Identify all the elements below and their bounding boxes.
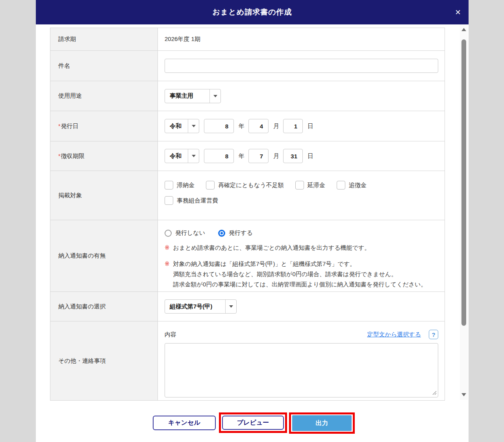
usage-select-value: 事業主用 bbox=[165, 89, 209, 103]
usage-label: 使用用途 bbox=[50, 81, 158, 111]
preview-highlight-box: プレビュー bbox=[219, 412, 287, 433]
radio-label: 発行しない bbox=[175, 229, 205, 237]
create-invoice-modal: おまとめ請求書の作成 × 請求期 2026年度 1期 件名 bbox=[36, 0, 469, 442]
output-highlight-box: 出力 bbox=[289, 412, 355, 434]
issue-date-label: *発行日 bbox=[50, 111, 158, 141]
modal-scrollbar[interactable] bbox=[460, 24, 468, 400]
issue-radio[interactable] bbox=[218, 230, 225, 237]
notice-form-value: 組様式第7号(甲) bbox=[165, 300, 225, 313]
issue-year-input[interactable] bbox=[204, 119, 234, 133]
row-delivery-notice: 納入通知書の有無 発行しない 発行する bbox=[50, 220, 445, 292]
due-month-input[interactable] bbox=[248, 149, 269, 163]
checkbox-label: 延滞金 bbox=[308, 182, 325, 189]
required-mark: * bbox=[58, 153, 60, 159]
content-label: 内容 bbox=[165, 331, 176, 338]
subject-input[interactable] bbox=[165, 59, 438, 73]
shortfall-checkbox[interactable] bbox=[206, 181, 215, 189]
checkbox-item: 追徴金 bbox=[337, 181, 367, 189]
note-1: ※ おまとめ請求書のあとに、事業場ごとの納入通知書を出力する機能です。 bbox=[165, 243, 370, 253]
close-icon[interactable]: × bbox=[455, 7, 461, 17]
association-fee-checkbox[interactable] bbox=[165, 196, 173, 205]
arrears-checkbox[interactable] bbox=[165, 181, 173, 189]
late-fee-checkbox[interactable] bbox=[295, 181, 304, 189]
required-mark: * bbox=[58, 123, 60, 129]
scroll-up-icon[interactable] bbox=[461, 28, 466, 31]
checkbox-label: 追徴金 bbox=[349, 182, 367, 189]
checkbox-item: 延滞金 bbox=[295, 181, 325, 189]
preview-button[interactable]: プレビュー bbox=[222, 416, 284, 430]
page-background: おまとめ請求書の作成 × 請求期 2026年度 1期 件名 bbox=[0, 0, 504, 442]
surcharge-checkbox[interactable] bbox=[337, 181, 345, 189]
radio-item: 発行する bbox=[218, 229, 253, 237]
chevron-down-icon bbox=[225, 300, 236, 313]
remarks-label: その他・連絡事項 bbox=[50, 321, 158, 400]
notice-form-label: 納入通知書の選択 bbox=[50, 292, 158, 321]
note-2: ※ 対象の納入通知書は「組様式第7号(甲)」と「組機様式第7号」です。 満額充当… bbox=[165, 259, 427, 290]
target-label: 掲載対象 bbox=[50, 171, 158, 220]
radio-label: 発行する bbox=[229, 229, 253, 237]
help-icon[interactable]: ? bbox=[429, 330, 438, 339]
issue-day-input[interactable] bbox=[283, 119, 303, 133]
modal-body: 請求期 2026年度 1期 件名 使用用途 bbox=[36, 24, 469, 400]
chevron-down-icon bbox=[188, 149, 199, 163]
year-unit-label: 年 bbox=[239, 123, 245, 130]
due-era-select[interactable]: 令和 bbox=[165, 149, 199, 163]
radio-item: 発行しない bbox=[165, 229, 205, 237]
remarks-textarea[interactable] bbox=[165, 343, 438, 397]
output-button[interactable]: 出力 bbox=[292, 415, 352, 431]
row-notice-form: 納入通知書の選択 組様式第7号(甲) bbox=[50, 292, 445, 321]
month-unit-label: 月 bbox=[273, 152, 279, 160]
checkbox-item: 事務組合運営費 bbox=[165, 196, 218, 205]
billing-period-value: 2026年度 1期 bbox=[165, 35, 200, 43]
checkbox-item: 再確定にともなう不足額 bbox=[206, 181, 284, 189]
checkbox-label: 再確定にともなう不足額 bbox=[218, 182, 284, 189]
row-subject: 件名 bbox=[50, 51, 445, 81]
modal-footer: キャンセル プレビュー 出力 bbox=[0, 412, 504, 435]
day-unit-label: 日 bbox=[308, 123, 313, 130]
subject-label: 件名 bbox=[50, 51, 158, 81]
notice-form-select[interactable]: 組様式第7号(甲) bbox=[165, 299, 237, 314]
issue-era-value: 令和 bbox=[165, 119, 188, 133]
due-year-input[interactable] bbox=[204, 149, 234, 163]
issue-era-select[interactable]: 令和 bbox=[165, 119, 199, 133]
due-date-label: *徴収期限 bbox=[50, 141, 158, 171]
issue-month-input[interactable] bbox=[248, 119, 269, 133]
checkbox-item: 滞納金 bbox=[165, 181, 195, 189]
note-mark: ※ bbox=[165, 243, 170, 253]
checkbox-label: 滞納金 bbox=[177, 182, 195, 189]
row-issue-date: *発行日 令和 年 月 日 bbox=[50, 111, 445, 141]
day-unit-label: 日 bbox=[308, 152, 313, 160]
row-usage: 使用用途 事業主用 bbox=[50, 81, 445, 111]
modal-header: おまとめ請求書の作成 × bbox=[36, 0, 469, 24]
scroll-down-icon[interactable] bbox=[461, 393, 466, 396]
row-target: 掲載対象 滞納金 再確定にともなう不足額 bbox=[50, 171, 445, 220]
due-day-input[interactable] bbox=[283, 149, 303, 163]
modal-title: おまとめ請求書の作成 bbox=[212, 7, 292, 17]
year-unit-label: 年 bbox=[239, 152, 245, 160]
template-select-link[interactable]: 定型文から選択する bbox=[367, 331, 421, 338]
note-mark: ※ bbox=[165, 259, 170, 290]
chevron-down-icon bbox=[209, 89, 220, 103]
cancel-button[interactable]: キャンセル bbox=[153, 416, 216, 430]
billing-period-label: 請求期 bbox=[50, 28, 158, 50]
due-era-value: 令和 bbox=[165, 149, 188, 163]
checkbox-label: 事務組合運営費 bbox=[177, 197, 218, 204]
delivery-notice-label: 納入通知書の有無 bbox=[50, 220, 158, 292]
row-billing-period: 請求期 2026年度 1期 bbox=[50, 28, 445, 51]
chevron-down-icon bbox=[188, 119, 199, 133]
form-table: 請求期 2026年度 1期 件名 使用用途 bbox=[50, 28, 445, 401]
row-due-date: *徴収期限 令和 年 月 日 bbox=[50, 141, 445, 171]
row-remarks: その他・連絡事項 内容 定型文から選択する ? bbox=[50, 321, 445, 400]
not-issue-radio[interactable] bbox=[165, 230, 172, 237]
month-unit-label: 月 bbox=[273, 123, 279, 130]
usage-select[interactable]: 事業主用 bbox=[165, 89, 221, 103]
scrollbar-thumb[interactable] bbox=[461, 39, 466, 326]
